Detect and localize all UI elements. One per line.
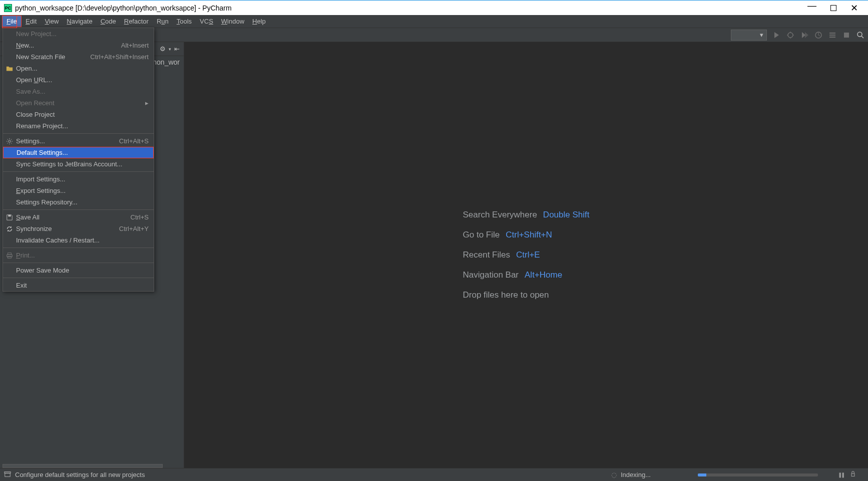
menu-item-label: Import Settings...	[16, 175, 65, 183]
scrollbar-horizontal[interactable]	[3, 464, 163, 468]
run-with-coverage-icon[interactable]	[800, 31, 809, 40]
app-icon: PC	[4, 4, 12, 12]
settings-icon	[6, 137, 14, 145]
window-controls: — ✕	[807, 3, 864, 14]
hint-text: Search Everywhere	[463, 210, 537, 220]
titlebar-text: python_worksapce [D:\develop\python\pyth…	[15, 4, 807, 12]
svg-point-12	[857, 32, 862, 37]
menu-tools[interactable]: Tools	[173, 16, 196, 27]
hint-text: Drop files here to open	[463, 290, 549, 300]
file-menu-new-scratch-file[interactable]: New Scratch FileCtrl+Alt+Shift+Insert	[3, 51, 154, 63]
menu-item-label: Default Settings...	[17, 149, 68, 156]
svg-line-13	[861, 36, 863, 38]
svg-rect-19	[5, 473, 11, 476]
stop-icon[interactable]	[842, 31, 851, 40]
menubar: FileEditViewNavigateCodeRefactorRunTools…	[0, 15, 868, 28]
menu-separator	[3, 171, 154, 172]
menu-help[interactable]: Help	[248, 16, 270, 27]
menu-item-label: Save As...	[16, 88, 46, 95]
concurrency-icon[interactable]	[828, 31, 837, 40]
hint-text: Navigation Bar	[463, 270, 519, 280]
indexing-text: Indexing...	[621, 471, 651, 478]
menu-separator	[3, 133, 154, 134]
save-icon	[6, 213, 14, 221]
file-menu-power-save-mode[interactable]: Power Save Mode	[3, 265, 154, 276]
menu-item-shortcut: Alt+Insert	[121, 42, 149, 49]
file-menu-default-settings[interactable]: Default Settings...	[3, 147, 154, 158]
dropdown-icon[interactable]: ▾	[169, 47, 171, 52]
svg-rect-21	[851, 473, 854, 476]
menu-window[interactable]: Window	[217, 16, 248, 27]
svg-point-14	[9, 140, 11, 142]
menu-refactor[interactable]: Refactor	[120, 16, 153, 27]
dropdown-icon: ▾	[760, 31, 763, 39]
maximize-button[interactable]	[830, 5, 836, 11]
menu-item-shortcut: Ctrl+S	[131, 213, 149, 221]
file-menu-settings[interactable]: Settings...Ctrl+Alt+S	[3, 135, 154, 147]
pause-indexing-icon[interactable]: ❚❚	[838, 472, 844, 477]
profiler-icon[interactable]	[814, 31, 823, 40]
file-menu-open-url[interactable]: Open URL...	[3, 74, 154, 86]
file-menu: New Project...New...Alt+InsertNew Scratc…	[3, 28, 154, 292]
file-menu-sync-settings-to-jetbrains-account[interactable]: Sync Settings to JetBrains Account...	[3, 158, 154, 170]
menu-file[interactable]: File	[2, 16, 22, 27]
menu-item-label: Close Project	[16, 111, 55, 118]
menu-item-label: Invalidate Caches / Restart...	[16, 236, 100, 244]
svg-rect-10	[829, 37, 835, 38]
svg-rect-9	[829, 35, 835, 36]
spinner-icon: ◌	[611, 471, 617, 478]
project-root-label: thon_wor	[151, 58, 180, 66]
file-menu-print: Print...	[3, 250, 154, 261]
minimize-button[interactable]: —	[807, 1, 816, 11]
hint-text: Go to File	[463, 230, 500, 240]
menu-item-label: Open URL...	[16, 76, 52, 84]
run-icon[interactable]	[772, 31, 781, 40]
file-menu-close-project[interactable]: Close Project	[3, 109, 154, 120]
menu-item-label: Settings...	[16, 137, 45, 145]
menu-run[interactable]: Run	[153, 16, 173, 27]
svg-rect-20	[5, 472, 11, 473]
lock-icon[interactable]	[850, 471, 856, 478]
menu-item-label: Open...	[16, 65, 38, 72]
menu-navigate[interactable]: Navigate	[63, 16, 96, 27]
print-icon	[6, 252, 14, 260]
run-config-dropdown[interactable]: ▾	[731, 30, 767, 41]
file-menu-settings-repository[interactable]: Settings Repository...	[3, 196, 154, 208]
svg-rect-8	[829, 33, 835, 34]
editor-hint-row: Navigation BarAlt+Home	[463, 270, 590, 280]
file-menu-save-as: Save As...	[3, 86, 154, 97]
file-menu-open[interactable]: Open...	[3, 63, 154, 74]
close-button[interactable]: ✕	[850, 3, 858, 14]
statusbar-info-icon[interactable]	[4, 470, 11, 479]
file-menu-new[interactable]: New...Alt+Insert	[3, 40, 154, 51]
gear-icon[interactable]: ⚙	[160, 45, 166, 53]
menu-item-label: Settings Repository...	[16, 198, 78, 206]
file-menu-open-recent: Open Recent▸	[3, 97, 154, 109]
menu-item-label: Synchronize	[16, 225, 52, 232]
debug-icon[interactable]	[786, 31, 795, 40]
search-icon[interactable]	[856, 31, 865, 40]
file-menu-export-settings[interactable]: Export Settings...	[3, 185, 154, 196]
hint-shortcut: Double Shift	[543, 210, 590, 220]
editor-hints: Search EverywhereDouble ShiftGo to FileC…	[463, 210, 590, 300]
statusbar-left-text: Configure default settings for all new p…	[15, 471, 145, 478]
collapse-icon[interactable]: ⇤	[174, 45, 180, 53]
editor-hint-row: Go to FileCtrl+Shift+N	[463, 230, 590, 240]
file-menu-rename-project[interactable]: Rename Project...	[3, 120, 154, 132]
file-menu-exit[interactable]: Exit	[3, 280, 154, 291]
svg-rect-16	[8, 253, 12, 255]
file-menu-invalidate-caches-restart[interactable]: Invalidate Caches / Restart...	[3, 234, 154, 246]
file-menu-save-all[interactable]: Save AllCtrl+S	[3, 211, 154, 223]
menu-separator	[3, 248, 154, 248]
menu-vcs[interactable]: VCS	[196, 16, 217, 27]
menu-view[interactable]: View	[41, 16, 63, 27]
menu-code[interactable]: Code	[97, 16, 120, 27]
file-menu-synchronize[interactable]: SynchronizeCtrl+Alt+Y	[3, 223, 154, 234]
editor-hint-row: Recent FilesCtrl+E	[463, 250, 590, 260]
file-menu-import-settings[interactable]: Import Settings...	[3, 173, 154, 185]
menu-item-label: Sync Settings to JetBrains Account...	[16, 160, 122, 168]
submenu-arrow-icon: ▸	[145, 99, 149, 107]
menu-item-label: New...	[16, 42, 34, 49]
menu-edit[interactable]: Edit	[22, 16, 41, 27]
menu-item-label: Open Recent	[16, 99, 55, 107]
